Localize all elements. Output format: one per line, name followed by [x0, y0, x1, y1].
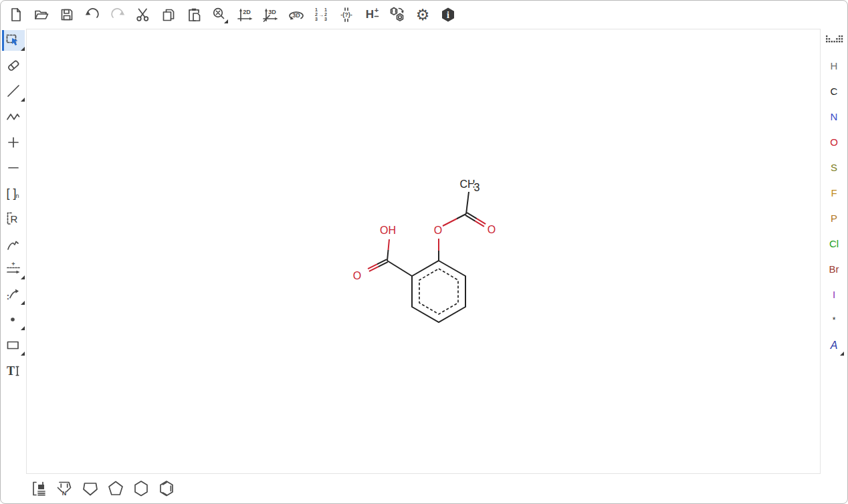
ester-oxygen-label[interactable]: O [434, 225, 442, 236]
methyl-subscript: 3 [474, 182, 480, 193]
sgroup-brackets-tool[interactable]: [ ] n [2, 182, 25, 203]
clear-button[interactable] [7, 6, 25, 23]
view-3d-button[interactable]: 3D [287, 6, 304, 23]
erase-tool[interactable] [2, 55, 25, 76]
selection-rectangle-icon [5, 32, 22, 49]
element-symbol: O [830, 136, 838, 148]
element-symbol: C [831, 86, 838, 97]
bond-ring-carboxyl[interactable] [387, 261, 412, 276]
export-button[interactable] [58, 6, 76, 23]
template-cyclohexane-button[interactable] [132, 479, 150, 498]
template-cyclopentane-button[interactable] [106, 479, 125, 498]
bond-line-icon [5, 83, 22, 100]
aromatize-rings-icon [389, 6, 406, 23]
element-F-button[interactable]: F [824, 182, 844, 203]
bond-ester-o-c[interactable] [443, 214, 466, 226]
svg-text:i: i [447, 10, 449, 20]
reaction-arrow-tool[interactable]: + [2, 259, 25, 279]
cut-button[interactable] [134, 6, 152, 23]
hexagon-ring-icon [132, 479, 150, 498]
carboxyl-oxygen-label[interactable]: O [353, 270, 361, 281]
element-A-button[interactable]: A [824, 335, 844, 356]
element-symbol: Cl [829, 238, 839, 249]
element-N-button[interactable]: N [824, 106, 844, 127]
electron-dot-tool[interactable] [2, 309, 25, 330]
element-symbol: * [833, 316, 836, 325]
template-pyrrole-button[interactable]: N [56, 479, 74, 498]
element-any-button[interactable]: * [824, 309, 844, 330]
undo-arrow-icon [84, 7, 100, 23]
copy-pages-icon [161, 7, 177, 23]
template-cyclopentadiene-button[interactable] [81, 479, 100, 498]
element-symbol: F [831, 187, 837, 199]
text-tool[interactable]: T [2, 360, 25, 381]
text-cursor-icon: T [5, 362, 22, 380]
svg-text:3: 3 [315, 17, 318, 21]
gear-icon: ⚙ [416, 7, 430, 23]
element-symbol: S [831, 162, 837, 173]
info-button[interactable]: i [439, 6, 457, 23]
import-button[interactable] [33, 6, 50, 23]
query-properties-button[interactable]: -(?)- [338, 6, 355, 23]
undo-button[interactable] [84, 6, 101, 23]
element-symbol: Br [829, 263, 839, 275]
paste-button[interactable] [185, 6, 203, 23]
map-atoms-button[interactable]: 1 2 3 → 1 2 3 [312, 6, 330, 23]
decrease-charge-tool[interactable] [2, 157, 25, 178]
element-C-button[interactable]: C [824, 81, 844, 102]
axes-3d-icon: 3D [261, 6, 279, 23]
electron-flow-arrow-icon: : [5, 286, 22, 303]
template-library-button[interactable] [30, 479, 49, 498]
aromatize-button[interactable] [389, 6, 406, 23]
svg-text:[ ]: [ ] [6, 186, 16, 200]
svg-text:+: + [11, 261, 15, 267]
attachment-point-tool[interactable] [2, 233, 25, 254]
svg-text:2: 2 [324, 12, 327, 17]
explicit-hydrogens-button[interactable]: H + [363, 6, 381, 23]
zoom-button[interactable] [211, 6, 228, 23]
top-toolbar: 2D 3D 3D 1 2 3 → 1 [1, 1, 847, 29]
increase-charge-tool[interactable] [2, 132, 25, 152]
chain-tool[interactable] [2, 106, 25, 127]
clean-3d-button[interactable]: 3D [261, 6, 279, 23]
hydroxyl-label[interactable]: OH [380, 225, 396, 236]
element-P-button[interactable]: P [824, 208, 844, 229]
template-benzene-button[interactable] [157, 479, 176, 498]
new-document-icon [8, 7, 24, 23]
axes-2d-icon: 2D [236, 6, 253, 23]
left-toolbar: [ ] n R + : [1, 29, 26, 381]
clean-2d-button[interactable]: 2D [236, 6, 253, 23]
element-symbol: N [831, 111, 838, 122]
settings-button[interactable]: ⚙ [414, 6, 431, 23]
svg-text:3D: 3D [292, 12, 300, 19]
element-Br-button[interactable]: Br [824, 259, 844, 279]
element-O-button[interactable]: O [824, 132, 844, 152]
element-list: HCNOSFPClBrI*A [824, 55, 844, 356]
element-Cl-button[interactable]: Cl [824, 233, 844, 254]
element-S-button[interactable]: S [824, 157, 844, 178]
bond-c-oh[interactable] [387, 239, 389, 261]
minus-icon [5, 159, 22, 176]
methyl-label[interactable]: CH [459, 178, 475, 190]
copy-button[interactable] [160, 6, 177, 23]
single-bond-tool[interactable] [2, 81, 25, 102]
drawing-canvas[interactable]: OH O O O CH 3 [26, 29, 821, 474]
bond-c-methyl[interactable] [466, 192, 469, 214]
dot-icon [5, 311, 22, 329]
rgroup-tool[interactable]: R [2, 208, 25, 229]
element-H-button[interactable]: H [824, 55, 844, 76]
scissors-icon [135, 7, 151, 23]
element-symbol: H [831, 60, 838, 72]
benzene-ring-bond[interactable] [412, 261, 465, 322]
svg-text:n: n [15, 193, 19, 199]
redo-button[interactable] [109, 6, 126, 23]
element-I-button[interactable]: I [824, 284, 844, 305]
periodic-table-button[interactable] [824, 30, 844, 51]
carbonyl-oxygen-label[interactable]: O [488, 224, 496, 235]
molecule-aspirin[interactable]: OH O O O CH 3 [27, 29, 821, 475]
pyrrole-ring-icon: N [56, 479, 74, 498]
svg-text:+: + [375, 6, 379, 14]
shape-tool[interactable] [2, 335, 25, 356]
select-rectangle-tool[interactable] [2, 30, 25, 51]
electron-flow-tool[interactable]: : [2, 284, 25, 305]
